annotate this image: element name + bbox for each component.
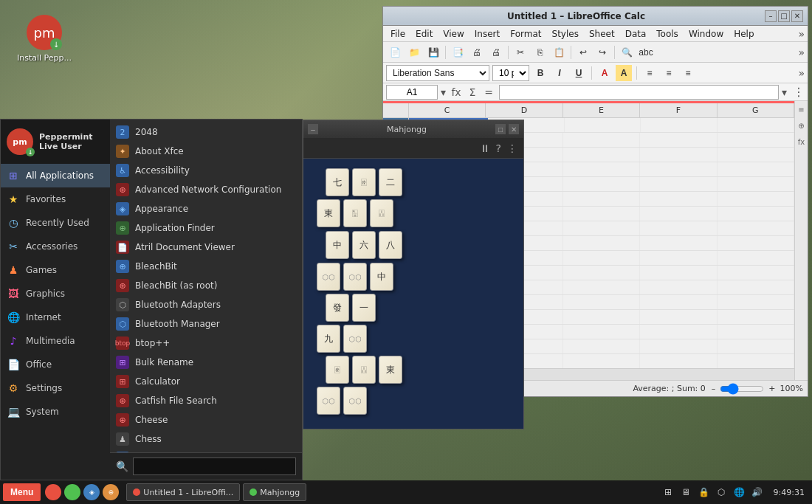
lo-underline[interactable]: U (571, 65, 587, 81)
lo-align-right[interactable]: ≡ (680, 65, 696, 81)
mj-tile[interactable]: 中 (326, 231, 349, 259)
sidebar-item-accessories[interactable]: ✂ Accessories (1, 235, 110, 258)
lo-menu-styles[interactable]: Styles (548, 27, 583, 41)
list-item[interactable]: ✦ About Xfce (110, 142, 302, 161)
list-item[interactable]: ⊞ Calculator (110, 372, 302, 391)
lo-menu-edit[interactable]: Edit (411, 27, 437, 41)
mj-tile[interactable]: 八 (379, 231, 402, 259)
taskbar-monitor-icon[interactable]: 🖥 (679, 486, 692, 499)
mj-tile[interactable]: 六 (352, 231, 376, 259)
mj-tile[interactable]: ⬡⬡ (343, 263, 367, 291)
lo-toolbar-more[interactable]: » (798, 46, 805, 58)
list-item[interactable]: ◈ Appearance (110, 199, 302, 218)
lo-copy[interactable]: ⎘ (531, 44, 548, 61)
mj-tile[interactable]: 🀅 (326, 356, 349, 384)
lo-formula-extra[interactable]: ⋮ (793, 85, 805, 99)
sidebar-item-all-applications[interactable]: ⊞ All Applications (1, 164, 110, 187)
sidebar-item-recently-used[interactable]: ◷ Recently Used (1, 211, 110, 235)
sidebar-item-office[interactable]: 📄 Office (1, 353, 110, 376)
mj-maximize[interactable]: □ (495, 124, 506, 134)
list-item[interactable]: ♟ Chess (110, 429, 302, 449)
lo-zoom-out[interactable]: – (712, 384, 716, 393)
lo-align-left[interactable]: ≡ (641, 65, 658, 81)
mj-tile[interactable]: ⬡⬡ (343, 325, 367, 353)
lo-format-toolbar-more[interactable]: » (798, 67, 805, 79)
search-input[interactable] (133, 458, 296, 475)
lo-font-select[interactable]: Liberation Sans (386, 65, 489, 81)
list-item[interactable]: btop btop++ (110, 334, 302, 353)
mj-tile[interactable]: 發 (326, 294, 349, 322)
lo-menu-view[interactable]: View (438, 27, 468, 41)
lo-menu-window[interactable]: Window (684, 27, 728, 41)
lo-paste[interactable]: 📋 (550, 44, 568, 61)
lo-close-button[interactable]: ✕ (791, 10, 803, 22)
taskbar-volume-icon[interactable]: 🔊 (750, 486, 763, 499)
sidebar-item-settings[interactable]: ⚙ Settings (1, 376, 110, 400)
mj-tile[interactable]: 🀒 (370, 199, 393, 227)
lo-open-btn[interactable]: 📁 (405, 44, 423, 61)
taskbar-windows-icon[interactable]: ⊞ (661, 486, 675, 499)
lo-spellcheck[interactable]: abc (637, 44, 655, 61)
lo-formula-equals[interactable]: = (481, 85, 496, 100)
lo-font-size[interactable]: 10 pt (492, 65, 529, 81)
lo-print2[interactable]: 🖨 (487, 44, 505, 61)
lo-redo[interactable]: ↪ (593, 44, 611, 61)
taskbar-app-libreoffice[interactable]: Untitled 1 - LibreOffi... (126, 483, 240, 501)
lo-save-btn[interactable]: 💾 (424, 44, 442, 61)
mj-tile[interactable]: 中 (370, 263, 393, 291)
list-item[interactable]: ⊕ Application Finder (110, 218, 302, 238)
mj-game-area[interactable]: 七 🀅 二 東 🀣 🀒 中 六 八 ⬡⬡ ⬡⬡ 中 發 一 九 ⬡⬡ 🀅 🀒 東 (303, 159, 523, 429)
list-item[interactable]: ⊕ Cheese (110, 410, 302, 429)
lo-cut[interactable]: ✂ (512, 44, 529, 61)
sidebar-item-favorites[interactable]: ★ Favorites (1, 187, 110, 211)
taskbar-bluetooth-icon[interactable]: ⬡ (715, 486, 728, 499)
lo-italic[interactable]: I (551, 65, 568, 81)
list-item[interactable]: ⬡ Bluetooth Adapters (110, 295, 302, 314)
lo-menu-tools[interactable]: Tools (652, 27, 683, 41)
list-item[interactable]: 2 2048 (110, 122, 302, 142)
list-item[interactable]: 📄 Atril Document Viewer (110, 238, 302, 257)
list-item[interactable]: ♿ Accessibility (110, 161, 302, 180)
taskbar-icon-red[interactable] (45, 484, 61, 500)
list-item[interactable]: ⊞ Bulk Rename (110, 353, 302, 372)
lo-formula-sigma[interactable]: Σ (465, 85, 480, 100)
mj-menu[interactable]: ⋮ (507, 142, 517, 154)
mj-minimize[interactable]: – (308, 124, 318, 134)
lo-menu-data[interactable]: Data (621, 27, 651, 41)
lo-side-nav[interactable]: ⊕ (796, 120, 807, 131)
sidebar-item-internet[interactable]: 🌐 Internet (1, 305, 110, 329)
lo-zoom-slider[interactable] (720, 386, 764, 392)
taskbar-security-icon[interactable]: 🔒 (697, 486, 710, 499)
lo-print[interactable]: 🖨 (468, 44, 486, 61)
sidebar-item-graphics[interactable]: 🖼 Graphics (1, 282, 110, 305)
list-item[interactable]: ⬡ Bluetooth Manager (110, 314, 302, 334)
lo-menu-format[interactable]: Format (506, 27, 546, 41)
mj-tile[interactable]: ⬡⬡ (317, 263, 340, 291)
lo-undo[interactable]: ↩ (574, 44, 592, 61)
lo-menu-help[interactable]: Help (729, 27, 758, 41)
taskbar-icon-blue[interactable]: ◈ (83, 484, 100, 500)
taskbar-icon-green[interactable] (64, 484, 80, 500)
taskbar-app-mahjongg[interactable]: Mahjongg (243, 483, 306, 501)
lo-cell-ref-dropdown[interactable]: ▾ (441, 86, 446, 98)
taskbar-icon-orange[interactable]: ⊕ (103, 484, 119, 500)
lo-cell-reference[interactable] (386, 85, 438, 100)
mj-help[interactable]: ? (496, 142, 501, 154)
mj-pause[interactable]: ⏸ (480, 142, 490, 154)
mj-tile[interactable]: 九 (317, 325, 340, 353)
mj-tile[interactable]: ⬡⬡ (343, 387, 367, 415)
mj-tile[interactable]: 二 (379, 168, 402, 196)
mj-tile[interactable]: 一 (352, 294, 376, 322)
lo-menu-file[interactable]: File (386, 27, 410, 41)
taskbar-menu-button[interactable]: Menu (3, 483, 41, 501)
lo-zoom-in[interactable]: + (768, 384, 775, 393)
lo-menu-insert[interactable]: Insert (470, 27, 504, 41)
lo-side-styles[interactable]: ≡ (796, 104, 807, 114)
lo-minimize-button[interactable]: – (765, 10, 777, 22)
lo-formula-fx[interactable]: fx (449, 85, 464, 100)
mj-tile[interactable]: 東 (317, 199, 340, 227)
lo-bold[interactable]: B (532, 65, 548, 81)
mj-tile[interactable]: 🀅 (352, 168, 376, 196)
list-item[interactable]: ⊕ BleachBit (as root) (110, 276, 302, 295)
sidebar-item-games[interactable]: ♟ Games (1, 258, 110, 282)
